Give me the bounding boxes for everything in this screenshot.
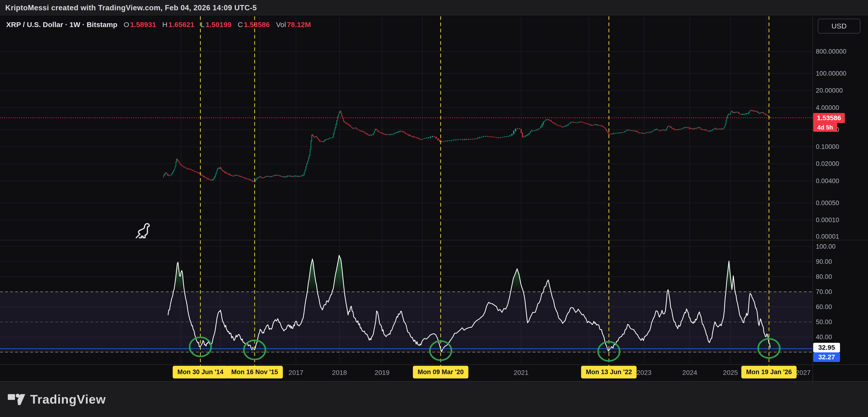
rsi-tick-label: 70.00 [816,288,832,296]
rsi-tick-label: 90.00 [816,258,832,266]
footer-bar: TradingView [0,381,868,417]
year-label: 2019 [375,369,390,377]
price-tick-label: 0.10000 [816,143,839,151]
price-tick-label: 0.00001 [816,233,839,240]
time-scale[interactable]: 2014201520162017201820192020202120222023… [0,364,813,381]
tradingview-logo-text: TradingView [30,392,106,407]
ohlc-high: H 1.65621 [162,21,194,29]
price-tick-label: 20.00000 [816,87,843,94]
year-label: 2021 [514,369,528,377]
tradingview-logo-icon [7,392,26,407]
price-tick-label: 100.00000 [816,70,846,77]
price-tick-label: 800.00000 [816,48,846,55]
symbol-title[interactable]: XRP / U.S. Dollar · 1W · Bitstamp [6,21,118,29]
symbol-legend[interactable]: XRP / U.S. Dollar · 1W · Bitstamp O 1.58… [6,21,311,29]
event-date-badge[interactable]: Mon 19 Jan '26 [741,366,797,379]
price-tick-label: 4.00000 [816,104,839,112]
rsi-tick-label: 80.00 [816,273,832,280]
chart-canvas[interactable] [0,0,868,417]
event-date-badge[interactable]: Mon 16 Nov '15 [226,366,283,379]
currency-usd-button[interactable]: USD [818,19,860,33]
volume-readout: Vol 78.12M [276,21,311,29]
rsi-tick-label: 50.00 [816,318,832,326]
year-label: 2027 [796,369,811,377]
rsi-current-value-badge: 32.95 [813,343,840,352]
event-date-badge[interactable]: Mon 13 Jun '22 [581,366,637,379]
event-date-badge[interactable]: Mon 09 Mar '20 [413,366,468,379]
attribution-bar: KriptoMessi created with TradingView.com… [0,0,868,16]
price-tick-label: 0.00400 [816,177,839,185]
price-tick-label: 0.00010 [816,216,839,224]
ohlc-close: C 1.53586 [238,21,270,29]
tradingview-chart-window: KriptoMessi created with TradingView.com… [0,0,868,417]
year-label: 2017 [288,369,303,377]
year-label: 2024 [682,369,697,377]
last-price-badge: 1.53586 [813,113,845,123]
attribution-text: KriptoMessi created with TradingView.com… [5,4,257,12]
ohlc-low: L 1.50199 [200,21,231,29]
rsi-tick-label: 40.00 [816,333,832,341]
rsi-blue-level-badge: 32.27 [813,352,840,362]
price-tick-label: 0.00050 [816,199,839,207]
dino-outline [136,224,149,238]
rsi-tick-label: 60.00 [816,303,832,311]
rsi-tick-label: 100.00 [816,243,836,250]
price-tick-label: 0.02000 [816,160,839,168]
year-label: 2023 [637,369,651,377]
year-label: 2025 [723,369,738,377]
bar-countdown-badge: 4d 5h [813,123,837,132]
ohlc-open: O 1.58931 [124,21,156,29]
event-date-badge[interactable]: Mon 30 Jun '14 [173,366,228,379]
dino-sticker[interactable] [135,222,152,240]
year-label: 2018 [332,369,347,377]
tradingview-logo[interactable]: TradingView [7,392,106,407]
